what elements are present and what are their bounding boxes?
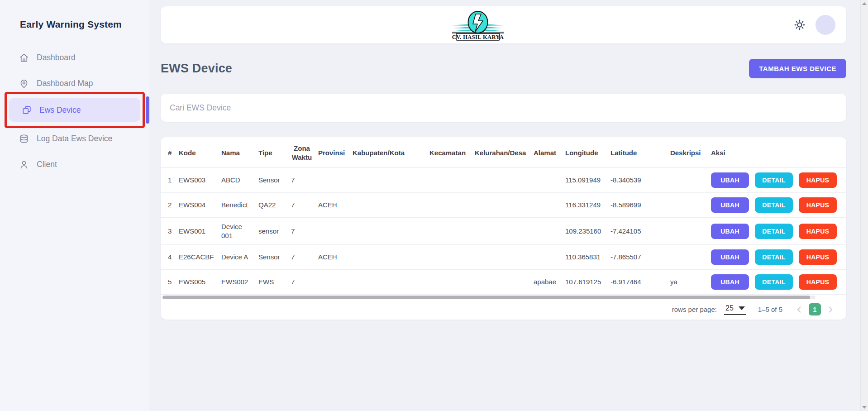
cell-kode: EWS005	[176, 270, 219, 295]
cell-kecamatan	[427, 218, 472, 245]
detail-button[interactable]: DETAIL	[755, 249, 793, 265]
sidebar-nav: Dashboard Dashboard Map Ews Device Log D…	[0, 45, 149, 177]
pagination-bar: rows per page: 25 1–5 of 5 1	[161, 299, 846, 320]
sidebar-item-ews-device[interactable]: Ews Device	[9, 98, 140, 122]
highlight-border: Ews Device	[5, 92, 145, 128]
cell-latitude: -7.424105	[608, 218, 668, 245]
rows-per-page-select[interactable]: 25	[724, 304, 746, 315]
cell-zona: 7	[288, 218, 315, 245]
cell-deskripsi: ya	[668, 270, 708, 295]
cell-alamat	[531, 245, 563, 270]
hapus-button[interactable]: HAPUS	[799, 172, 837, 188]
chevron-down-icon	[739, 306, 745, 310]
cell-kelurahan	[472, 245, 531, 270]
cell-longitude: 116.331249	[563, 193, 608, 218]
cell-provinsi	[315, 168, 350, 193]
column-header: Kecamatan	[427, 137, 472, 168]
cell-longitude: 109.235160	[563, 218, 608, 245]
sun-icon	[794, 19, 806, 31]
cell-deskripsi	[668, 245, 708, 270]
previous-page-button[interactable]	[794, 305, 804, 315]
column-header: #	[161, 137, 176, 168]
scroll-up-arrow-icon[interactable]	[862, 2, 867, 5]
tambah-ews-device-button[interactable]: TAMBAH EWS DEVICE	[749, 59, 846, 78]
copy-icon	[22, 105, 32, 115]
column-header: Alamat	[531, 137, 563, 168]
cell-aksi: UBAHDETAILHAPUS	[708, 193, 846, 218]
cell-deskripsi	[668, 193, 708, 218]
detail-button[interactable]: DETAIL	[755, 224, 793, 239]
cell-no: 5	[161, 270, 176, 295]
cell-tipe: Sensor	[256, 245, 288, 270]
cell-no: 2	[161, 193, 176, 218]
main-content: CV. HASIL KARYA EWS Device TAMBAH EWS DE…	[149, 0, 860, 411]
cell-nama: ABCD	[219, 168, 256, 193]
theme-toggle-button[interactable]	[794, 19, 806, 31]
cell-kelurahan	[472, 270, 531, 295]
ubah-button[interactable]: UBAH	[711, 172, 749, 188]
database-icon	[19, 134, 29, 144]
cell-kelurahan	[472, 168, 531, 193]
cell-zona: 7	[288, 245, 315, 270]
cell-kode: EWS003	[176, 168, 219, 193]
page-number-button[interactable]: 1	[809, 303, 821, 315]
search-input[interactable]	[170, 103, 837, 113]
avatar[interactable]	[816, 15, 835, 35]
next-page-button[interactable]	[825, 305, 835, 315]
detail-button[interactable]: DETAIL	[755, 274, 793, 290]
cell-tipe: Sensor	[256, 168, 288, 193]
detail-button[interactable]: DETAIL	[755, 197, 793, 213]
column-header: Kabupaten/Kota	[350, 137, 427, 168]
sidebar-item-client[interactable]: Client	[0, 152, 149, 177]
topbar: CV. HASIL KARYA	[161, 6, 846, 43]
detail-button[interactable]: DETAIL	[755, 172, 793, 188]
column-header: Latitude	[608, 137, 668, 168]
cell-kecamatan	[427, 245, 472, 270]
horizontal-scrollbar[interactable]	[162, 296, 816, 299]
page-title: EWS Device	[161, 62, 232, 76]
cell-kabupaten	[350, 168, 427, 193]
cell-aksi: UBAHDETAILHAPUS	[708, 168, 846, 193]
cell-kabupaten	[350, 218, 427, 245]
cell-kelurahan	[472, 218, 531, 245]
cell-alamat	[531, 218, 563, 245]
page-header: EWS Device TAMBAH EWS DEVICE	[161, 59, 846, 78]
hapus-button[interactable]: HAPUS	[799, 224, 837, 239]
hapus-button[interactable]: HAPUS	[799, 249, 837, 265]
cell-latitude: -6.917464	[608, 270, 668, 295]
cell-zona: 7	[288, 168, 315, 193]
sidebar-item-dashboard[interactable]: Dashboard	[0, 45, 149, 71]
map-pin-icon	[19, 79, 29, 89]
cell-provinsi: ACEH	[315, 245, 350, 270]
cell-provinsi: ACEH	[315, 193, 350, 218]
cell-kabupaten	[350, 245, 427, 270]
ubah-button[interactable]: UBAH	[711, 274, 749, 290]
vertical-scrollbar[interactable]	[860, 0, 868, 411]
ubah-button[interactable]: UBAH	[711, 224, 749, 239]
cell-provinsi	[315, 218, 350, 245]
ubah-button[interactable]: UBAH	[711, 249, 749, 265]
cell-longitude: 110.365831	[563, 245, 608, 270]
horizontal-scrollbar-thumb[interactable]	[162, 296, 810, 299]
cell-longitude: 107.619125	[563, 270, 608, 295]
cell-alamat	[531, 193, 563, 218]
sidebar-item-log-data[interactable]: Log Data Ews Device	[0, 126, 149, 152]
hapus-button[interactable]: HAPUS	[799, 274, 837, 290]
chevron-right-icon	[825, 305, 835, 315]
hapus-button[interactable]: HAPUS	[799, 197, 837, 213]
ubah-button[interactable]: UBAH	[711, 197, 749, 213]
cell-aksi: UBAHDETAILHAPUS	[708, 270, 846, 295]
cell-latitude: -8.589699	[608, 193, 668, 218]
cell-deskripsi	[668, 168, 708, 193]
cell-kecamatan	[427, 193, 472, 218]
app-title: Early Warning System	[20, 19, 149, 30]
cell-latitude: -7.865507	[608, 245, 668, 270]
cell-kelurahan	[472, 193, 531, 218]
cell-kode: EWS004	[176, 193, 219, 218]
table-row: 4E26CACBFDevice ASensor7ACEH110.365831-7…	[161, 245, 846, 270]
column-header: Zona Waktu	[288, 137, 315, 168]
column-header: Provinsi	[315, 137, 350, 168]
cell-zona: 7	[288, 270, 315, 295]
scroll-down-arrow-icon[interactable]	[862, 406, 867, 409]
column-header: Aksi	[708, 137, 846, 168]
